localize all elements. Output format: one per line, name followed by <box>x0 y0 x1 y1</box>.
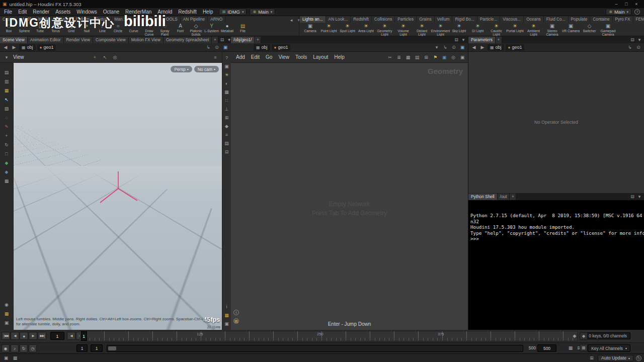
shelf-tool[interactable]: ☀ Geometry Light <box>375 23 394 36</box>
path-dropdown-icon[interactable]: ▾ <box>433 44 440 51</box>
menu-item[interactable]: Go <box>263 54 275 60</box>
playback-option-icon[interactable]: ◉ <box>2 344 10 352</box>
global-end-field[interactable]: 500 <box>537 344 556 352</box>
shelf-tab[interactable]: Oceans <box>524 16 544 23</box>
viewport-strip-icon[interactable]: ◆ <box>3 168 10 175</box>
transport-button[interactable]: ▶▶| <box>38 332 46 340</box>
shelf-tool[interactable]: ☀ Area Light <box>357 23 375 36</box>
cook-refresh-icon[interactable]: ↻ <box>636 355 641 361</box>
network-toolbar-icon[interactable]: ▤ <box>414 54 421 60</box>
add-pane-tab-button[interactable]: + <box>496 37 502 43</box>
desktop-combo[interactable]: ⊞ IDMG ▾ <box>219 9 247 15</box>
shelf-tab[interactable]: AN Pipeline <box>181 16 208 23</box>
menu-item[interactable]: Tools <box>292 54 310 60</box>
playback-range-slider[interactable] <box>107 345 523 352</box>
pin-icon[interactable]: ⊙ <box>635 44 642 51</box>
playback-option-icon[interactable]: ↻ <box>20 344 28 352</box>
viewport-strip-icon[interactable]: ▦ <box>3 177 10 184</box>
display-toggle-icon[interactable]: i <box>224 303 230 310</box>
pin-icon[interactable]: ⊙ <box>450 44 457 51</box>
current-frame-field[interactable]: 1 <box>50 332 64 340</box>
network-toolbar-icon[interactable]: ▣ <box>441 54 448 60</box>
shelf-tool[interactable]: ☀ GI Light <box>468 23 487 36</box>
menu-item[interactable]: Edit <box>248 54 263 60</box>
jump-icon[interactable]: ↳ <box>205 44 212 51</box>
persp-view-button[interactable]: Persp ▾ <box>171 66 192 72</box>
pane-tab[interactable]: /out <box>498 194 510 200</box>
pane-split-icon[interactable]: ⊟ <box>629 37 636 43</box>
viewport-strip-icon[interactable]: ▦ <box>3 310 10 317</box>
display-toggle-icon[interactable]: ≡ <box>224 131 230 138</box>
keyframe-options-button[interactable]: ◆ <box>580 332 588 340</box>
viewport-strip-icon[interactable]: ◆ <box>3 159 10 166</box>
pane-menu-icon[interactable]: ▾ <box>636 194 643 200</box>
pane-menu-icon[interactable]: ▾ <box>636 37 643 43</box>
network-corner-icon[interactable]: ▦ <box>233 318 239 324</box>
menu-item[interactable]: Redshift <box>175 8 200 16</box>
pane-tab[interactable]: Composite View <box>93 37 129 43</box>
pane-tab[interactable]: Python Shell <box>468 194 498 200</box>
maximize-button[interactable]: □ <box>621 2 631 7</box>
network-pane-tab[interactable]: /obj/geo1/ <box>231 37 255 43</box>
viewport-strip-icon[interactable]: ✎ <box>3 123 10 130</box>
menu-item[interactable]: Layout <box>310 54 331 60</box>
transport-button[interactable]: ◀ <box>11 332 19 340</box>
add-pane-tab-button[interactable]: + <box>212 37 218 43</box>
forward-icon[interactable]: ▶ <box>11 44 18 51</box>
viewport-strip-icon[interactable]: + <box>3 132 10 139</box>
shelf-tool[interactable]: ▤ File <box>235 23 251 36</box>
display-toggle-icon[interactable]: ▣ <box>224 320 230 327</box>
shelf-tab[interactable]: Lights an... <box>300 16 326 23</box>
path-node-chip[interactable]: ● geo1 <box>272 44 291 51</box>
display-toggle-icon[interactable]: ▦ <box>224 88 230 95</box>
display-toggle-icon[interactable]: ⊞ <box>224 114 230 121</box>
timeline-icon[interactable]: ▦ <box>567 344 574 351</box>
shelf-tool[interactable]: ▣ Camera <box>301 23 319 36</box>
shelf-tab[interactable]: Viscous... <box>500 16 524 23</box>
shelf-tab[interactable]: FEM <box>633 16 644 23</box>
viewport-strip-icon[interactable]: ↻ <box>3 141 10 148</box>
display-toggle-icon[interactable]: ∷ <box>224 97 230 104</box>
shelf-tool[interactable]: ☀ Caustic Light <box>487 23 506 36</box>
add-pane-tab-button[interactable]: + <box>510 194 516 200</box>
menu-item[interactable]: Add <box>233 54 248 60</box>
display-toggle-icon[interactable]: ◆ <box>224 123 230 129</box>
global-start-field[interactable]: 1 <box>76 344 88 352</box>
pane-tab[interactable]: Geometry Spreadsheet <box>164 37 212 43</box>
menu-item[interactable]: Help <box>331 54 348 60</box>
view-menu-icon[interactable]: ▾ <box>3 54 10 60</box>
right-main-combo[interactable]: ⊕ Main ▾ <box>606 9 631 15</box>
shelf-tool[interactable]: ☀ Spot Light <box>338 23 357 36</box>
help-icon[interactable]: ? <box>634 9 640 15</box>
display-toggle-icon[interactable]: ☀ <box>224 71 230 78</box>
viewport-tool-icon[interactable]: ↖ <box>102 54 109 60</box>
link-icon[interactable]: ▣ <box>459 44 466 51</box>
viewport-strip-icon[interactable]: ▦ <box>3 87 10 94</box>
pane-tab[interactable]: Motion FX View <box>129 37 164 43</box>
shelf-tab[interactable]: Populate <box>569 16 591 23</box>
shelf-tool[interactable]: ☀ Distant Light <box>413 23 431 36</box>
playback-start-field[interactable]: 1 <box>91 344 103 352</box>
display-toggle-icon[interactable]: ▤ <box>224 140 230 146</box>
menu-item[interactable]: View <box>275 54 292 60</box>
forward-icon[interactable]: ▶ <box>479 44 486 51</box>
jump-icon[interactable]: ↳ <box>442 44 449 51</box>
transport-button[interactable]: ▶ <box>29 332 37 340</box>
shelf-tool[interactable]: Y L-System <box>204 23 219 36</box>
pane-tab[interactable]: Animation Editor <box>28 37 64 43</box>
pane-tab[interactable]: Render View <box>64 37 93 43</box>
network-toolbar-icon[interactable]: ≣ <box>395 54 403 60</box>
shelf-tool[interactable]: ☀ Volume Light <box>394 23 413 36</box>
main-view-combo[interactable]: ⊕ Main ▾ <box>250 9 275 15</box>
shelf-tool[interactable]: ☀ Ambient Light <box>524 23 543 36</box>
back-icon[interactable]: ◀ <box>470 44 477 51</box>
shelf-tab[interactable]: Particle... <box>477 16 501 23</box>
path-node-chip[interactable]: ● geo1 <box>506 44 525 51</box>
channel-scope-button[interactable]: ▦ <box>580 344 588 351</box>
network-toolbar-icon[interactable]: ⚑ <box>432 54 439 60</box>
scene-viewport[interactable]: Persp ▾ No cam ▾ Left mouse tumbles. Mid… <box>14 63 222 330</box>
shelf-tool[interactable]: ● Metaball <box>219 23 235 36</box>
shelf-tab[interactable]: Containe <box>590 16 612 23</box>
shelf-tool[interactable]: ☀ Portal Light <box>506 23 524 36</box>
shelf-tool[interactable]: ☀ Environment Light <box>431 23 450 36</box>
